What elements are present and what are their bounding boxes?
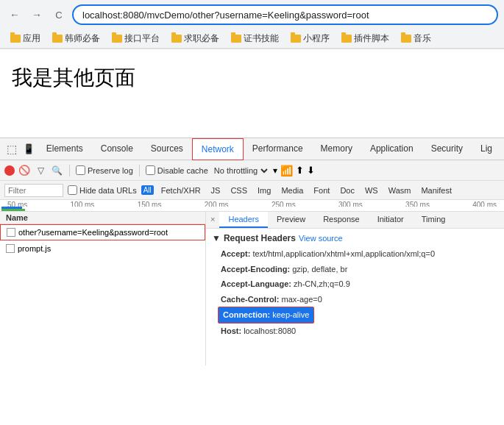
folder-icon [52,35,63,43]
doc-filter[interactable]: Doc [337,185,358,196]
bookmark-item[interactable]: 小程序 [286,31,334,46]
request-headers-title: ▼ Request Headers View source [212,233,498,243]
header-connection: Connection: keep-alive [218,307,314,324]
preview-tab[interactable]: Preview [268,212,314,228]
css-filter[interactable]: CSS [227,185,250,196]
file-panel: Name other?username=Keeling&password=roo… [0,212,206,365]
hide-data-urls-checkbox[interactable]: Hide data URLs [68,185,137,195]
devtools-tab-memory[interactable]: Memory [312,138,361,160]
page-content: 我是其他页面 [0,49,504,138]
file-checkbox-2[interactable] [6,244,15,253]
bookmark-item[interactable]: 音乐 [397,31,436,46]
bookmark-label: 求职必备 [184,32,219,45]
bookmark-item[interactable]: 证书技能 [227,31,283,46]
header-cache-control: Cache-Control: max-age=0 [212,292,498,307]
folder-icon [10,35,21,43]
dropdown-arrow: ▾ [273,165,277,176]
devtools-tab-performance[interactable]: Performance [244,138,312,160]
filter-button[interactable]: ▽ [34,164,47,177]
separator2 [139,165,140,176]
file-name-2: prompt.js [18,244,51,253]
header-accept-language: Accept-Language: zh-CN,zh;q=0.9 [212,276,498,292]
file-name-1: other?username=Keeling&password=root [18,228,168,237]
timeline: 50 ms 100 ms 150 ms 200 ms 250 ms 300 ms… [0,200,504,212]
details-tabs: × Headers Preview Response Initiator Tim… [206,212,504,229]
wasm-filter[interactable]: Wasm [386,185,414,196]
ws-filter[interactable]: WS [362,185,381,196]
bookmark-label: 小程序 [303,32,330,45]
devtools-tab-console[interactable]: Console [92,138,142,160]
details-panel: × Headers Preview Response Initiator Tim… [206,212,504,365]
bookmark-label: 音乐 [414,32,431,45]
wifi-icon: 📶 [280,165,293,176]
upload-icon: ⬆ [296,165,304,176]
triangle-icon: ▼ [212,233,221,243]
media-filter[interactable]: Media [278,185,306,196]
folder-icon [401,35,411,43]
devtools-tabs: ⬚ 📱 ElementsConsoleSourcesNetworkPerform… [0,138,504,160]
address-bar[interactable]: localhost:8080/mvcDemo/other?username=Ke… [72,4,498,25]
bookmark-item[interactable]: 接口平台 [107,31,164,46]
file-item-prompt[interactable]: prompt.js [0,240,205,257]
devtools-tab-lig[interactable]: Lig [472,138,501,160]
details-close-button[interactable]: × [206,212,219,228]
headers-tab[interactable]: Headers [219,212,268,228]
separator1 [69,165,70,176]
devtools-tab-application[interactable]: Application [361,138,422,160]
timeline-green-bar [1,209,25,211]
bookmark-item[interactable]: 应用 [6,31,45,46]
manifest-filter[interactable]: Manifest [418,185,455,196]
img-filter[interactable]: Img [255,185,274,196]
devtools-panel: ⬚ 📱 ElementsConsoleSourcesNetworkPerform… [0,138,504,365]
devtools-main: Name other?username=Keeling&password=roo… [0,212,504,365]
bookmark-item[interactable]: 求职必备 [167,31,224,46]
device-icon[interactable]: 📱 [20,140,37,158]
devtools-tab-network[interactable]: Network [192,138,244,160]
folder-icon [341,35,352,43]
devtools-tab-sources[interactable]: Sources [142,138,192,160]
disable-cache-checkbox[interactable]: Disable cache [146,165,208,175]
browser-nav: ← → C localhost:8080/mvcDemo/other?usern… [0,0,504,29]
bookmarks-bar: 应用韩师必备接口平台求职必备证书技能小程序插件脚本音乐 [0,29,504,49]
fetch-xhr-filter[interactable]: Fetch/XHR [158,185,204,196]
inspect-icon[interactable]: ⬚ [3,140,20,158]
name-column-header: Name [0,212,205,224]
file-checkbox-1[interactable] [7,228,15,237]
header-accept: Accept: text/html,application/xhtml+xml,… [212,246,498,262]
bookmark-item[interactable]: 韩师必备 [48,31,104,46]
browser-chrome: ← → C localhost:8080/mvcDemo/other?usern… [0,0,504,49]
download-icon: ⬇ [307,165,315,176]
devtools-tab-security[interactable]: Security [422,138,472,160]
file-item-other[interactable]: other?username=Keeling&password=root [0,224,205,240]
bookmark-label: 接口平台 [124,32,160,45]
preserve-log-checkbox[interactable]: Preserve log [76,165,133,175]
bookmark-label: 韩师必备 [65,32,100,45]
bookmark-item[interactable]: 插件脚本 [337,31,394,46]
font-filter[interactable]: Font [310,185,333,196]
bookmark-label: 证书技能 [244,32,279,45]
folder-icon [231,35,241,43]
refresh-button[interactable]: C [50,6,68,24]
folder-icon [112,35,122,43]
back-button[interactable]: ← [6,6,24,24]
stop-button[interactable]: 🚫 [18,164,31,177]
header-accept-encoding: Accept-Encoding: gzip, deflate, br [212,262,498,277]
devtools-toolbar2: 🚫 ▽ 🔍 Preserve log Disable cache No thro… [0,160,504,181]
filter-bar: Hide data URLs All Fetch/XHR JS CSS Img … [0,181,504,200]
filter-input[interactable] [4,184,63,197]
search-button[interactable]: 🔍 [50,164,63,177]
js-filter[interactable]: JS [208,185,224,196]
folder-icon [171,35,182,43]
devtools-tab-elements[interactable]: Elements [38,138,92,160]
folder-icon [291,35,301,43]
initiator-tab[interactable]: Initiator [369,212,413,228]
all-filter-btn[interactable]: All [141,185,154,195]
throttle-select[interactable]: No throttling Slow 3G Fast 3G [211,165,270,176]
response-tab[interactable]: Response [314,212,369,228]
view-source-link[interactable]: View source [299,234,343,243]
record-button[interactable] [4,165,15,176]
forward-button[interactable]: → [28,6,46,24]
header-host: Host: localhost:8080 [212,324,498,339]
bookmark-label: 应用 [23,32,40,45]
timing-tab[interactable]: Timing [413,212,455,228]
